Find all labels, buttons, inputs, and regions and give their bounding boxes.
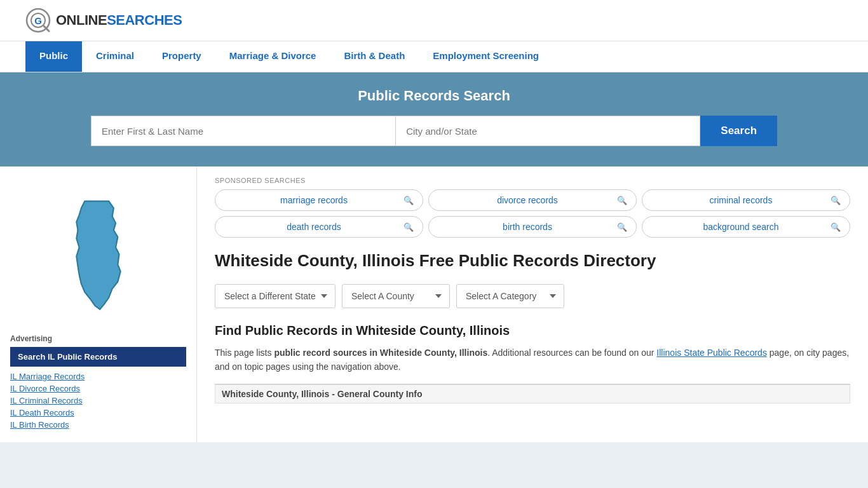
pill-text-death: death records: [224, 222, 403, 232]
dropdown-row: Select a Different State Select A County…: [215, 284, 850, 308]
sidebar-link-death[interactable]: IL Death Records: [10, 408, 186, 417]
sponsored-pill-background[interactable]: background search 🔍: [642, 216, 850, 238]
name-input[interactable]: [91, 116, 395, 146]
pill-text-background: background search: [651, 222, 831, 232]
sponsored-pill-criminal[interactable]: criminal records 🔍: [642, 189, 850, 211]
hero-section: Public Records Search Search: [0, 72, 868, 166]
svg-text:G: G: [34, 15, 42, 26]
left-sidebar: Advertising Search IL Public Records IL …: [0, 166, 197, 442]
nav-item-public[interactable]: Public: [25, 41, 82, 72]
category-dropdown[interactable]: Select A Category: [456, 284, 564, 308]
nav-bar: Public Criminal Property Marriage & Divo…: [0, 41, 868, 72]
search-icon-background: 🔍: [831, 222, 841, 232]
sponsored-label: SPONSORED SEARCHES: [215, 177, 850, 184]
pill-text-divorce: divorce records: [438, 195, 617, 205]
sidebar-link-marriage[interactable]: IL Marriage Records: [10, 372, 186, 381]
logo-online: ONLINE: [56, 12, 107, 29]
search-icon-marriage: 🔍: [403, 196, 414, 205]
content-area: SPONSORED SEARCHES marriage records 🔍 di…: [197, 166, 868, 442]
sponsored-pill-divorce[interactable]: divorce records 🔍: [428, 189, 637, 211]
search-icon-birth: 🔍: [617, 222, 627, 232]
nav-item-marriage-divorce[interactable]: Marriage & Divorce: [215, 41, 330, 72]
illinois-state-link[interactable]: Illinois State Public Records: [656, 348, 767, 358]
nav-item-employment[interactable]: Employment Screening: [419, 41, 553, 72]
city-input[interactable]: [395, 116, 700, 146]
illinois-map: [57, 196, 140, 322]
header: G ONLINE SEARCHES: [0, 0, 868, 41]
main-content: Advertising Search IL Public Records IL …: [0, 166, 868, 442]
sidebar-search-button[interactable]: Search IL Public Records: [10, 347, 186, 367]
find-description: This page lists public record sources in…: [215, 346, 850, 374]
advertising-label: Advertising: [10, 334, 186, 343]
page-heading-container: Whiteside County, Illinois Free Public R…: [215, 250, 850, 271]
search-icon-death: 🔍: [403, 222, 414, 232]
sidebar-link-birth[interactable]: IL Birth Records: [10, 420, 186, 430]
nav-item-property[interactable]: Property: [148, 41, 215, 72]
sponsored-pill-birth[interactable]: birth records 🔍: [428, 216, 637, 238]
find-title: Find Public Records in Whiteside County,…: [215, 323, 850, 338]
sponsored-pill-marriage[interactable]: marriage records 🔍: [215, 189, 423, 211]
logo-text: ONLINE SEARCHES: [56, 12, 182, 29]
page-heading: Whiteside County, Illinois Free Public R…: [215, 250, 850, 271]
sponsored-pill-death[interactable]: death records 🔍: [215, 216, 423, 238]
sidebar-link-criminal[interactable]: IL Criminal Records: [10, 396, 186, 405]
sponsored-grid: marriage records 🔍 divorce records 🔍 cri…: [215, 189, 850, 238]
general-info-title: Whiteside County, Illinois - General Cou…: [215, 384, 850, 403]
nav-item-birth-death[interactable]: Birth & Death: [330, 41, 419, 72]
pill-text-criminal: criminal records: [651, 195, 831, 205]
search-bar: Search: [91, 116, 777, 146]
search-button[interactable]: Search: [700, 116, 777, 146]
logo-area: G ONLINE SEARCHES: [25, 8, 182, 33]
search-icon-divorce: 🔍: [617, 196, 627, 205]
logo-searches: SEARCHES: [107, 12, 182, 29]
pill-text-birth: birth records: [438, 222, 617, 232]
sidebar-link-divorce[interactable]: IL Divorce Records: [10, 384, 186, 393]
find-bold: public record sources in Whiteside Count…: [274, 348, 487, 358]
state-dropdown[interactable]: Select a Different State: [215, 284, 336, 308]
pill-text-marriage: marriage records: [224, 195, 403, 205]
sidebar-advertising: Advertising Search IL Public Records IL …: [10, 334, 186, 430]
il-map-svg: [57, 196, 140, 320]
nav-item-criminal[interactable]: Criminal: [82, 41, 148, 72]
logo-icon: G: [25, 8, 51, 33]
county-dropdown[interactable]: Select A County: [342, 284, 450, 308]
search-icon-criminal: 🔍: [831, 196, 841, 205]
hero-title: Public Records Search: [25, 88, 843, 104]
